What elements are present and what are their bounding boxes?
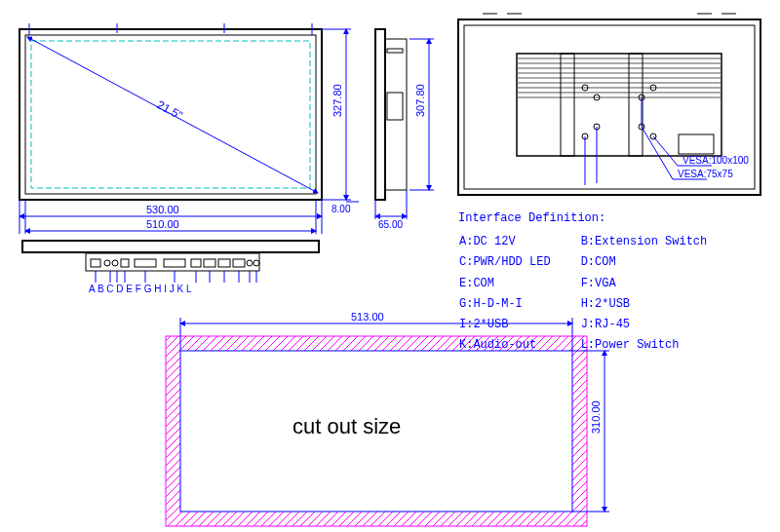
- svg-rect-27: [121, 259, 129, 267]
- back-view: VESA:100x100 VESA:75x75: [458, 14, 760, 195]
- cutout-width: 513.00: [351, 311, 384, 323]
- front-step-dim: 8.00: [332, 202, 359, 214]
- front-width-dims: 530.00 510.00: [20, 200, 322, 234]
- svg-rect-50: [387, 49, 403, 53]
- svg-rect-30: [191, 259, 201, 267]
- svg-point-26: [112, 260, 118, 266]
- interface-definition: Interface Definition: A:DC 12VB:Extensio…: [458, 209, 736, 356]
- svg-text:510.00: 510.00: [146, 218, 179, 230]
- port-labels: A B C D E F G H I J K L: [89, 284, 192, 294]
- diagonal-label: 21.5": [155, 97, 185, 122]
- svg-rect-73: [629, 54, 643, 156]
- svg-point-25: [104, 260, 110, 266]
- svg-rect-72: [561, 54, 574, 156]
- svg-rect-82: [679, 134, 714, 154]
- cutout-label: cut out size: [292, 414, 401, 439]
- svg-rect-31: [204, 259, 215, 267]
- svg-rect-22: [22, 241, 319, 252]
- svg-rect-51: [387, 93, 403, 120]
- svg-line-87: [653, 136, 678, 166]
- svg-text:65.00: 65.00: [378, 219, 403, 230]
- vesa100-label: VESA:100x100: [682, 155, 749, 166]
- vesa75-label: VESA:75x75: [678, 169, 733, 179]
- svg-text:327.80: 327.80: [332, 84, 343, 117]
- svg-text:8.00: 8.00: [332, 204, 351, 214]
- svg-text:307.80: 307.80: [414, 84, 426, 117]
- svg-text:530.00: 530.00: [146, 204, 179, 215]
- svg-rect-29: [164, 259, 185, 267]
- svg-rect-24: [91, 259, 100, 267]
- svg-rect-33: [233, 259, 245, 267]
- front-view: 21.5": [20, 23, 322, 200]
- svg-rect-62: [517, 54, 722, 156]
- svg-rect-49: [385, 39, 407, 190]
- interface-title: Interface Definition:: [458, 209, 736, 228]
- svg-point-35: [254, 260, 259, 266]
- svg-rect-32: [218, 259, 230, 267]
- svg-line-89: [642, 127, 673, 179]
- bottom-interface: A B C D E F G H I J K L: [22, 241, 319, 294]
- side-view: 307.80 65.00: [375, 29, 434, 230]
- svg-point-34: [247, 260, 253, 266]
- cutout-height: 310.00: [590, 400, 602, 434]
- front-height-dim: 327.80: [322, 29, 351, 200]
- svg-rect-28: [135, 259, 156, 267]
- svg-rect-48: [375, 29, 385, 200]
